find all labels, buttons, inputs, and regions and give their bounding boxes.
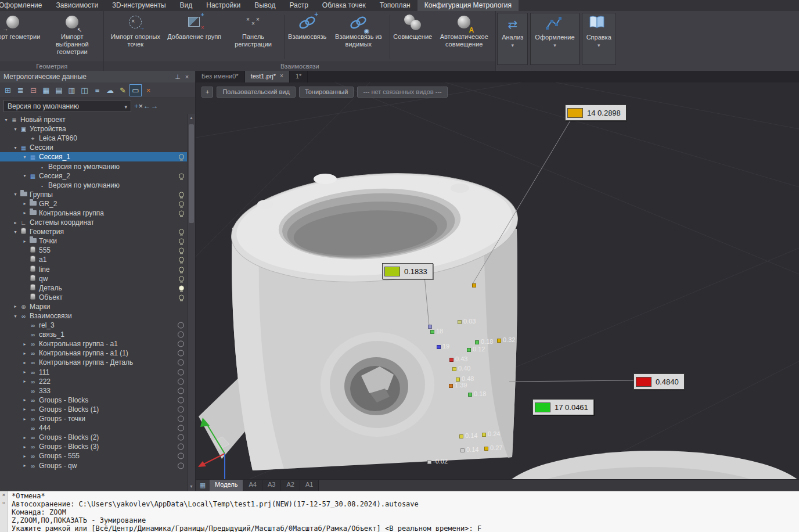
add-view-button[interactable]: + [201,87,213,98]
close-filter-icon[interactable]: × [142,84,154,96]
relation-state-icon[interactable] [178,350,184,357]
chevron-right-icon[interactable]: ▸ [21,444,28,450]
chevron-right-icon[interactable]: ▸ [21,416,28,422]
visibility-bulb-icon[interactable] [179,294,184,300]
tree-row[interactable]: ▸∞222 [0,377,195,386]
chevron-down-icon[interactable]: ▾ [12,127,19,132]
ribbon-panel-decoration[interactable]: Оформление▾ [530,13,579,65]
command-input-area[interactable]: *Отмена*Автосохранение: C:\Users\yakovle… [8,491,799,532]
tree-row[interactable]: ▾≣Новый проект [0,115,195,124]
prev-version-button[interactable]: ← [143,102,150,110]
relation-state-icon[interactable] [178,378,184,384]
measurement-point[interactable] [428,322,434,329]
tree-row[interactable]: ∞rel_3 [0,321,195,330]
ribbon-button-import-geometry[interactable]: →Импорт геометрии [0,13,42,41]
ribbon-button-auto-alignment[interactable]: AАвтоматическое совмещение [434,13,494,49]
tree-row[interactable]: ▸GR_2 [0,199,195,209]
measurement-point[interactable]: 0.18 [475,338,493,345]
tree-row[interactable]: ▾▦Сессия_2 [0,171,195,181]
tree-row[interactable]: ▸∞111 [0,368,195,377]
tree-row[interactable]: 555 [0,246,195,255]
menu-item[interactable]: Растр [282,0,315,11]
pin-icon[interactable]: ⊥ [173,73,182,81]
tree-row[interactable]: Деталь [0,283,195,293]
tree-row[interactable]: ▾▦Сессия_1 [0,152,195,161]
chevron-down-icon[interactable]: ▾ [21,173,28,178]
tree-row[interactable]: ▾▣Устройства [0,124,195,134]
tree-row[interactable]: ▸⊛Марки [0,302,195,311]
ribbon-button-relation[interactable]: +Взаимосвязь [286,13,328,41]
chevron-right-icon[interactable]: ▸ [21,239,28,244]
measurement-point[interactable]: 0.43 [449,355,467,362]
visibility-bulb-icon[interactable] [179,239,184,244]
measurement-point[interactable]: 0.18 [468,390,486,397]
tree-row[interactable]: Объект [0,293,195,302]
remove-measurement-icon[interactable]: ⊟ [27,84,39,96]
tree-row[interactable]: ∞444 [0,423,195,433]
relation-state-icon[interactable] [178,341,184,347]
menu-item[interactable]: Настройки [199,0,247,11]
menu-item[interactable]: 3D-инструменты [105,0,172,11]
relation-state-icon[interactable] [178,462,184,469]
document-tab[interactable]: Без имени0* [196,71,245,82]
measurement-callout[interactable]: 14 0.2898 [565,105,627,121]
measurement-point[interactable]: 0.40 [452,365,470,372]
measurement-point[interactable]: 0.12 [467,346,485,353]
command-close-icon[interactable]: × [2,492,5,498]
chevron-right-icon[interactable]: ▸ [21,201,28,206]
chevron-down-icon[interactable]: ▾ [12,145,19,150]
cloud-icon[interactable]: ☁ [104,84,116,96]
sheet-grid-icon[interactable]: ▦ [196,480,210,491]
relation-state-icon[interactable] [178,406,184,412]
scene-3d[interactable]: + Пользовательский вид Тонированный --- … [196,82,799,479]
relation-state-icon[interactable] [178,397,184,403]
tree-row[interactable]: ∞333 [0,386,195,396]
linked-views-button[interactable]: --- нет связанных видов --- [357,87,447,98]
ribbon-button-relation-visible[interactable]: ◉Взаимосвязь из видимых [328,13,388,49]
chevron-right-icon[interactable]: ▸ [21,454,28,459]
measurement-callout[interactable]: 0.1833 [382,263,433,279]
relation-state-icon[interactable] [178,444,184,450]
chevron-down-icon[interactable]: ▾ [12,314,19,319]
visibility-bulb-icon[interactable] [179,276,184,281]
relation-state-icon[interactable] [178,332,184,338]
chevron-right-icon[interactable]: ▸ [21,463,28,468]
relation-state-icon[interactable] [178,425,184,432]
ribbon-button-import-selected-geometry[interactable]: ↖Импорт выбранной геометрии [42,13,102,56]
measurement-point[interactable] [472,281,478,288]
sheet-tab[interactable]: А2 [281,480,300,491]
layers-icon[interactable]: ≣ [15,84,27,96]
visibility-bulb-icon[interactable] [179,248,184,253]
measurement-point[interactable]: 0.14 [460,446,478,453]
tree-row[interactable]: ▸∞Groups - Blocks (3) [0,442,195,451]
measurement-point[interactable]: 0.03 [458,318,476,325]
tree-row[interactable]: ∞связь_1 [0,330,195,339]
chevron-right-icon[interactable]: ▸ [12,304,19,309]
measurement-point[interactable]: 1.39 [449,382,467,389]
ribbon-button-registration-panel[interactable]: ×××Панель регистрации [223,13,283,49]
visibility-bulb-icon[interactable] [179,192,184,197]
tree-row[interactable]: ▾Геометрия [0,227,195,236]
chevron-down-icon[interactable]: ▾ [12,229,19,235]
ribbon-panel-help[interactable]: Справка▾ [582,13,616,65]
ribbon-button-add-groups[interactable]: +×Добавление групп [165,13,223,41]
menu-item[interactable]: Топоплан [373,0,418,11]
menu-item[interactable]: Облака точек [315,0,373,11]
relation-state-icon[interactable] [178,387,184,394]
visibility-bulb-icon[interactable] [179,201,184,206]
measurement-point[interactable]: 0.32 [497,336,515,343]
scroll-down-icon[interactable]: ▼ [188,483,195,491]
visibility-bulb-icon[interactable] [179,173,184,178]
tree-row[interactable]: ▸∞Groups - Blocks (1) [0,405,195,414]
tree-row[interactable]: ▾▦Сессии [0,143,195,152]
tree-row[interactable]: ▸Точки [0,236,195,246]
tree-row[interactable]: ▾Группы [0,190,195,199]
sheet-tab[interactable]: А1 [300,480,319,491]
tree-row[interactable]: ▸∞Контрольная группа - a1 [0,339,195,348]
menu-item[interactable]: Конфигурация Метрология [418,0,519,11]
relation-state-icon[interactable] [178,453,184,459]
columns-icon[interactable]: ≡ [91,84,103,96]
chevron-right-icon[interactable]: ▸ [21,369,28,375]
chevron-right-icon[interactable]: ▸ [21,360,28,365]
relation-state-icon[interactable] [178,369,184,375]
